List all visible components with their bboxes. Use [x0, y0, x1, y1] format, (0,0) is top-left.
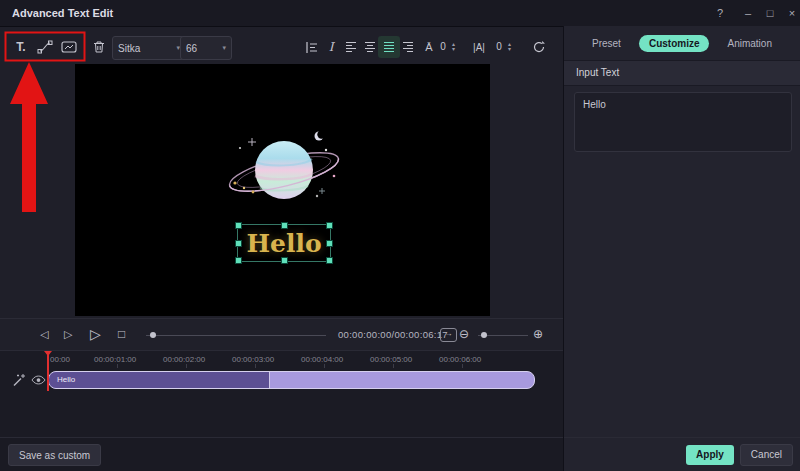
ruler-label: 00:00:05:00 [370, 355, 412, 364]
text-clip[interactable]: Hello [48, 371, 535, 389]
ruler-tick [462, 364, 463, 368]
char-spacing-stepper[interactable]: ▴ ▾ [452, 36, 455, 58]
panel-tabs: Preset Customize Animation [582, 35, 782, 52]
stepper-down-icon[interactable]: ▾ [452, 47, 455, 52]
font-size-value: 66 [186, 43, 197, 54]
align-right-button[interactable] [397, 36, 419, 58]
help-icon[interactable]: ? [710, 0, 730, 26]
align-left-icon [345, 41, 357, 53]
seek-slider-handle[interactable] [150, 332, 156, 338]
minimize-icon[interactable]: – [738, 0, 758, 26]
selection-handle[interactable] [281, 222, 288, 229]
align-right-icon [402, 41, 414, 53]
trash-icon [92, 40, 106, 54]
input-text-section-header[interactable]: Input Text [564, 60, 800, 86]
font-size-dropdown[interactable]: 66 ▾ [180, 36, 232, 60]
fit-frame-button[interactable]: → [440, 328, 457, 342]
transport-bar: ◁ ▷ ▷ □ 00:00:00:00/00:00:06:17 → ⊖ ⊕ [0, 318, 563, 351]
timeline-panel: 00:00 00:00:01:00 00:00:02:00 00:00:03:0… [0, 350, 563, 438]
reset-button[interactable] [528, 36, 550, 58]
text-clip-label: Hello [57, 372, 75, 386]
right-footer: Apply Cancel [564, 437, 800, 471]
magic-wand-icon [12, 373, 26, 387]
input-text-label: Input Text [576, 67, 619, 78]
selection-handle[interactable] [281, 257, 288, 264]
ruler-tick [186, 364, 187, 368]
left-footer: Save as custom [0, 437, 563, 471]
text-box-tool-button[interactable] [58, 36, 80, 58]
planet-graphic [222, 126, 346, 218]
ruler-tick [393, 364, 394, 368]
ruler-label: 00:00:02:00 [163, 355, 205, 364]
step-forward-button[interactable]: ▷ [64, 328, 72, 341]
eye-icon [31, 375, 46, 385]
save-as-custom-button[interactable]: Save as custom [8, 444, 101, 466]
ruler-label: 00:00:06:00 [439, 355, 481, 364]
tab-animation[interactable]: Animation [717, 35, 781, 52]
selection-handle[interactable] [235, 240, 242, 247]
delete-text-button[interactable] [88, 36, 110, 58]
align-center-icon [364, 41, 376, 53]
selection-handle[interactable] [326, 257, 333, 264]
ruler-label: 00:00:03:00 [232, 355, 274, 364]
timecode-display: 00:00:00:00/00:00:06:17 [338, 329, 448, 340]
step-back-button[interactable]: ◁ [40, 328, 48, 341]
title-bar: Advanced Text Edit ? – □ × [0, 0, 800, 27]
seek-slider[interactable] [146, 335, 326, 336]
window-title: Advanced Text Edit [12, 0, 113, 26]
ruler-label: 00:00:04:00 [301, 355, 343, 364]
preview-text[interactable]: Hello [246, 229, 321, 258]
close-icon[interactable]: × [782, 0, 800, 26]
selection-handle[interactable] [235, 222, 242, 229]
tab-preset[interactable]: Preset [582, 35, 631, 52]
apply-button[interactable]: Apply [686, 445, 734, 465]
play-button[interactable]: ▷ [90, 326, 101, 342]
text-path-icon [37, 39, 53, 55]
zoom-slider-handle[interactable] [481, 332, 487, 338]
reset-rotate-icon [532, 40, 546, 54]
align-justify-icon [383, 41, 395, 53]
line-spacing-value: 0 [492, 36, 506, 58]
text-clip-intro-segment[interactable] [49, 372, 270, 388]
char-spacing-value: 0 [436, 36, 450, 58]
playhead[interactable] [47, 351, 49, 391]
stepper-down-icon[interactable]: ▾ [508, 47, 511, 52]
playhead-marker[interactable] [44, 351, 52, 356]
italic-button[interactable]: I [320, 36, 342, 58]
ruler-label: 00:00 [50, 355, 70, 364]
line-spacing-icon: |A| [468, 36, 490, 58]
text-object-selection[interactable]: Hello [237, 224, 331, 262]
ruler-label: 00:00:01:00 [94, 355, 136, 364]
ruler-tick [117, 364, 118, 368]
tab-customize[interactable]: Customize [639, 35, 710, 52]
chevron-down-icon: ▾ [222, 44, 226, 52]
selection-handle[interactable] [235, 257, 242, 264]
maximize-icon[interactable]: □ [760, 0, 780, 26]
track-effects-button[interactable] [12, 373, 26, 387]
cancel-button[interactable]: Cancel [740, 444, 793, 466]
selection-handle[interactable] [326, 222, 333, 229]
text-orientation-icon [305, 41, 318, 54]
track-visibility-button[interactable] [31, 375, 46, 385]
ruler-tick [324, 364, 325, 368]
text-orientation-button[interactable] [300, 36, 322, 58]
text-box-icon [61, 40, 77, 54]
annotation-arrow-up [10, 62, 48, 212]
stop-button[interactable]: □ [118, 327, 125, 341]
ruler-tick [255, 364, 256, 368]
font-family-dropdown[interactable]: Sitka ▾ [112, 36, 186, 60]
font-family-value: Sitka [118, 43, 140, 54]
add-text-tool-button[interactable]: T. [10, 36, 32, 58]
zoom-in-button[interactable]: ⊕ [533, 327, 543, 341]
line-spacing-stepper[interactable]: ▴ ▾ [508, 36, 511, 58]
text-path-tool-button[interactable] [34, 36, 56, 58]
zoom-out-button[interactable]: ⊖ [459, 327, 469, 341]
selection-handle[interactable] [326, 240, 333, 247]
right-panel: Preset Customize Animation Input Text He… [563, 26, 800, 471]
input-text-area[interactable]: Hello [574, 92, 792, 152]
